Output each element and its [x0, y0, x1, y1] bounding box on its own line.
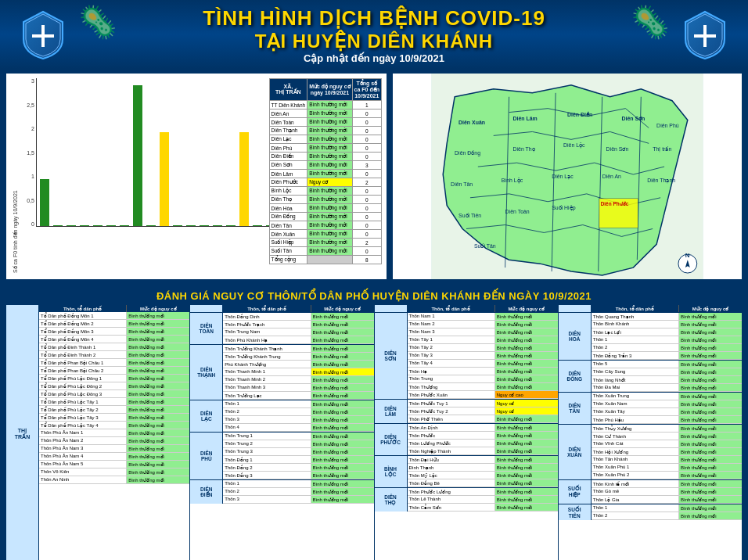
bar-group: [185, 225, 197, 226]
svg-text:Thị trấn: Thị trấn: [653, 146, 671, 153]
bar-group: [171, 225, 184, 226]
col1: THỊTRẤN Thôn, tổ dân phố Mức độ nguy cơ …: [6, 305, 190, 560]
chart-y-label: Số ca F0 tính đến ngày 10/9/2021: [11, 78, 20, 275]
col3: Thôn, tổ dân phố Mức độ nguy cơ DIÊNSƠN …: [375, 305, 559, 560]
shield-left: [16, 8, 70, 63]
bar-group: [251, 225, 264, 226]
bar: [226, 225, 236, 226]
svg-text:Diên Điền: Diên Điền: [567, 111, 592, 117]
bar-group: [65, 225, 77, 226]
svg-text:Diên Xuân: Diên Xuân: [459, 120, 485, 125]
map-container: Diên Xuân Diên Lâm Diên Điền Diên Sơn Di…: [391, 72, 743, 281]
svg-text:Diên Lâm: Diên Lâm: [513, 116, 538, 121]
bar: [186, 225, 196, 226]
bottom-section: ĐÁNH GIÁ NGUY CƠ THÔN/TỔ DÂN PHỐ HUYỆN D…: [5, 285, 743, 560]
bar-group: [225, 225, 237, 226]
svg-text:Diên Sơn: Diên Sơn: [621, 116, 645, 121]
svg-text:N: N: [685, 252, 690, 259]
svg-text:Suối Tiên: Suối Tiên: [459, 213, 481, 218]
svg-text:Diên Phước: Diên Phước: [601, 201, 629, 206]
svg-text:Diên Lạc: Diên Lạc: [552, 174, 574, 180]
bar-group: [158, 132, 171, 226]
bar-group: [118, 225, 131, 226]
bar: [146, 225, 156, 226]
svg-text:Diên Lộc: Diên Lộc: [563, 142, 585, 149]
bottom-title: ĐÁNH GIÁ NGUY CƠ THÔN/TỔ DÂN PHỐ HUYỆN D…: [6, 287, 742, 305]
y-axis: 32,521,510,50: [20, 78, 34, 227]
svg-text:Diên Phú: Diên Phú: [656, 123, 679, 128]
bar: [120, 225, 130, 226]
bar-group: [198, 225, 210, 226]
svg-text:Diên Tân: Diên Tân: [451, 181, 473, 187]
bar: [53, 225, 63, 226]
risk-table-area: THỊTRẤN Thôn, tổ dân phố Mức độ nguy cơ …: [6, 305, 742, 560]
bar-group: [78, 225, 91, 226]
virus-decoration-right: 🦠: [631, 4, 670, 41]
bar: [133, 85, 143, 226]
col2: Thôn, tổ dân phố Mức độ nguy cơ DIÊNTOÀN…: [190, 305, 374, 560]
header-subtitle: Cập nhật đến ngày 10/9/2021: [0, 52, 748, 64]
svg-text:Diên Đồng: Diên Đồng: [455, 150, 480, 156]
bar: [239, 132, 250, 226]
bar: [67, 225, 77, 226]
svg-text:Diên Thạnh: Diên Thạnh: [647, 178, 675, 184]
middle-section: Số ca F0 tính đến ngày 10/9/2021 32,521,…: [0, 69, 748, 284]
svg-text:Suối Tân: Suối Tân: [474, 243, 496, 249]
bar-group: [105, 225, 117, 226]
bar: [200, 225, 210, 226]
chart-container: Số ca F0 tính đến ngày 10/9/2021 32,521,…: [5, 72, 388, 281]
bar-group: [131, 85, 144, 226]
bar-group: [238, 132, 250, 226]
svg-text:Diên An: Diên An: [602, 174, 621, 179]
bar: [40, 179, 50, 226]
header: 🦠 TÌNH HÌNH DỊCH BỆNH COVID-19 TẠI HUYỆN…: [0, 0, 748, 69]
bar-group: [211, 225, 224, 226]
bar: [93, 225, 103, 226]
bar: [160, 132, 170, 226]
bar: [173, 225, 183, 226]
shield-right: [678, 8, 732, 63]
bar-group: [92, 225, 104, 226]
svg-text:Diên Toàn: Diên Toàn: [505, 209, 530, 214]
map-svg: Diên Xuân Diên Lâm Diên Điền Diên Sơn Di…: [393, 74, 742, 279]
bar-group: [145, 225, 157, 226]
svg-text:Bình Lộc: Bình Lộc: [502, 178, 523, 184]
bar: [253, 225, 263, 226]
bar: [213, 225, 223, 226]
bar: [106, 225, 117, 226]
virus-decoration-left: 🦠: [78, 4, 117, 41]
svg-text:Diên Thọ: Diên Thọ: [513, 146, 535, 153]
col4: Thôn, tổ dân phố Mức độ nguy cơ DIÊNHOÀ …: [559, 305, 742, 560]
svg-text:Diên Sơn: Diên Sơn: [606, 146, 629, 152]
bar-group: [38, 179, 51, 226]
bar-group: [52, 225, 64, 226]
svg-text:Suối Hiệp: Suối Hiệp: [552, 205, 576, 211]
bar: [80, 225, 90, 226]
